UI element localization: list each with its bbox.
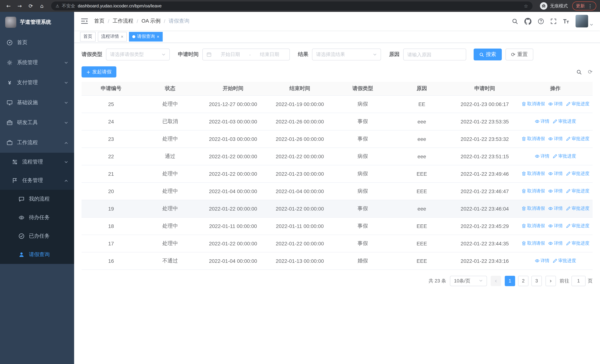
page-button-2[interactable]: 2	[518, 276, 528, 286]
col-apply-id: 申请编号	[82, 82, 141, 95]
approval-progress-link[interactable]: 审批进度	[566, 223, 590, 229]
cancel-leave-link[interactable]: 取消请假	[521, 101, 545, 107]
detail-link[interactable]: 详情	[534, 153, 549, 159]
tab-process-detail[interactable]: 流程详情 ×	[98, 32, 127, 41]
approval-progress-link[interactable]: 审批进度	[566, 101, 590, 107]
cancel-leave-link[interactable]: 取消请假	[521, 223, 545, 229]
reset-button[interactable]: ⟳ 重置	[506, 48, 533, 60]
breadcrumb-item[interactable]: 首页	[94, 18, 104, 24]
cancel-leave-link[interactable]: 取消请假	[521, 240, 545, 246]
sidebar: 芋道管理系统 首页 系统管理 ¥ 支付管理	[0, 12, 74, 364]
back-icon[interactable]: ←	[4, 1, 13, 11]
security-label[interactable]: 不安全	[62, 3, 75, 9]
eye-icon	[19, 215, 24, 221]
result-select[interactable]: 请选择流结果	[312, 48, 381, 60]
detail-link[interactable]: 详情	[548, 101, 563, 107]
edit-pen-icon	[552, 154, 557, 159]
cell-id: 16	[82, 252, 141, 270]
breadcrumb-item[interactable]: OA 示例	[141, 18, 161, 24]
approval-progress-link[interactable]: 审批进度	[566, 240, 590, 246]
font-size-icon[interactable]	[563, 18, 569, 24]
detail-link[interactable]: 详情	[534, 257, 549, 264]
cell-id: 23	[82, 130, 141, 148]
approval-progress-link[interactable]: 审批进度	[566, 170, 590, 177]
detail-link[interactable]: 详情	[548, 170, 563, 177]
sidebar-item-process-mgmt[interactable]: 流程管理	[0, 153, 74, 171]
sidebar-item-infrastructure[interactable]: 基础设施	[0, 93, 74, 113]
apply-time-range-picker[interactable]: 开始日期 - 结束日期	[202, 48, 290, 60]
sidebar-item-workflow[interactable]: 工作流程	[0, 133, 74, 153]
refresh-table-icon[interactable]: ⟳	[588, 69, 593, 75]
sidebar-logo-row[interactable]: 芋道管理系统	[0, 12, 74, 33]
cell-id: 21	[82, 165, 141, 182]
cancel-leave-link[interactable]: 取消请假	[521, 188, 545, 194]
cell-type: 病假	[333, 182, 392, 200]
page-button-1[interactable]: 1	[505, 276, 515, 286]
edit-pen-icon	[566, 188, 571, 193]
prev-page-button[interactable]: ‹	[491, 276, 501, 286]
search-icon[interactable]	[512, 18, 518, 24]
cell-reason: EEE	[392, 217, 451, 235]
toggle-search-icon[interactable]	[576, 69, 582, 75]
tab-leave-query[interactable]: 请假查询 ×	[129, 32, 163, 41]
sidebar-item-my-process[interactable]: 我的流程	[0, 190, 74, 208]
cancel-leave-link[interactable]: 取消请假	[521, 170, 545, 177]
approval-progress-link[interactable]: 审批进度	[566, 205, 590, 212]
address-bar[interactable]: ⚠ 不安全 dashboard.yudao.iocoder.cn/bpm/oa/…	[51, 1, 533, 10]
tab-home[interactable]: 首页	[80, 32, 96, 41]
approval-progress-link[interactable]: 审批进度	[552, 257, 576, 264]
chevron-down-icon	[64, 121, 68, 125]
edit-pen-icon	[566, 206, 571, 211]
leave-type-select[interactable]: 请选择请假类型	[106, 48, 170, 60]
user-menu[interactable]	[576, 15, 593, 28]
detail-link[interactable]: 详情	[534, 118, 549, 124]
search-button[interactable]: 搜索	[474, 48, 502, 60]
sidebar-item-payment[interactable]: ¥ 支付管理	[0, 73, 74, 93]
page-size-select[interactable]: 10条/页	[450, 276, 487, 286]
reload-icon[interactable]: ⟳	[26, 1, 36, 11]
detail-link[interactable]: 详情	[548, 223, 563, 229]
sidebar-item-devtools[interactable]: 研发工具	[0, 113, 74, 133]
detail-link[interactable]: 详情	[548, 135, 563, 142]
detail-link[interactable]: 详情	[548, 205, 563, 212]
approval-progress-link[interactable]: 审批进度	[566, 188, 590, 194]
detail-link[interactable]: 详情	[548, 240, 563, 246]
star-icon[interactable]: ☆	[524, 3, 528, 9]
browser-menu-icon[interactable]: ⋮	[588, 3, 593, 9]
update-button[interactable]: 更新 ⋮	[572, 1, 596, 10]
leave-type-label: 请假类型	[82, 51, 102, 58]
goto-page-input[interactable]	[572, 276, 586, 286]
detail-link[interactable]: 详情	[548, 188, 563, 194]
fullscreen-icon[interactable]	[550, 18, 557, 24]
sidebar-item-system[interactable]: 系统管理	[0, 53, 74, 73]
eye-icon	[534, 119, 539, 124]
page-button-3[interactable]: 3	[531, 276, 542, 286]
sidebar-fold-icon[interactable]	[81, 18, 88, 24]
approval-progress-link[interactable]: 审批进度	[566, 135, 590, 142]
cancel-leave-link[interactable]: 取消请假	[521, 205, 545, 212]
cell-status: 不通过	[141, 252, 200, 270]
help-icon[interactable]	[538, 18, 544, 24]
next-page-button[interactable]: ›	[545, 276, 556, 286]
sidebar-item-todo-tasks[interactable]: 待办任务	[0, 208, 74, 227]
home-icon[interactable]: ⌂	[37, 1, 47, 11]
close-icon[interactable]: ×	[121, 34, 123, 39]
result-label: 结果	[298, 51, 308, 58]
chat-bubble-icon	[19, 196, 24, 202]
approval-progress-link[interactable]: 审批进度	[552, 153, 576, 159]
create-leave-button[interactable]: + 发起请假	[82, 66, 116, 77]
cancel-leave-link[interactable]: 取消请假	[521, 135, 545, 142]
approval-progress-link[interactable]: 审批进度	[552, 118, 576, 124]
url-text[interactable]: dashboard.yudao.iocoder.cn/bpm/oa/leave	[78, 3, 162, 9]
forward-icon[interactable]: →	[15, 1, 24, 11]
sidebar-item-leave-query[interactable]: 请假查询	[0, 245, 74, 264]
cell-applied: 2022-01-22 23:53:35	[451, 113, 518, 130]
sidebar-item-task-mgmt[interactable]: 任务管理	[0, 171, 74, 190]
breadcrumb-item[interactable]: 工作流程	[113, 18, 133, 24]
reason-input[interactable]	[407, 52, 462, 57]
github-icon[interactable]	[525, 18, 531, 25]
sidebar-item-home[interactable]: 首页	[0, 33, 74, 53]
sidebar-item-done-tasks[interactable]: 已办任务	[0, 227, 74, 245]
close-icon[interactable]: ×	[157, 34, 159, 39]
chevron-up-icon	[64, 178, 68, 183]
